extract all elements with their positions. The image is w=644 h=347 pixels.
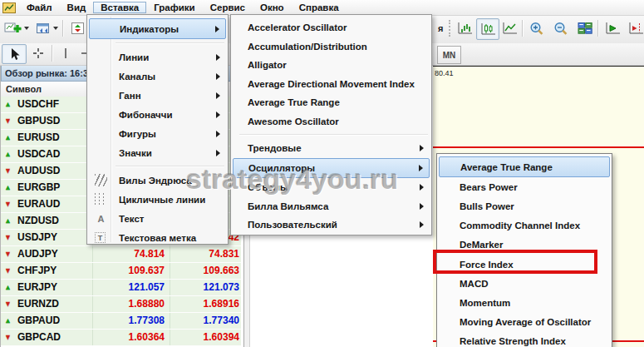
- line-chart-button[interactable]: [499, 18, 520, 38]
- menu-item-bears-power[interactable]: Bears Power: [439, 177, 610, 196]
- down-arrow-icon: ▼: [4, 196, 12, 212]
- market-watch-row-eurjpy[interactable]: ▲EURJPY121.057121.073: [1, 280, 241, 296]
- toolbar-grip: [449, 20, 450, 37]
- menu-item-momentum[interactable]: Momentum: [439, 293, 610, 312]
- menu-item-accelerator-oscillator[interactable]: Accelerator Oscillator: [233, 18, 430, 37]
- bar-chart-button[interactable]: [454, 18, 475, 38]
- menu-item-фигуры[interactable]: Фигуры: [89, 124, 226, 143]
- menu-item-commodity-channel-index[interactable]: Commodity Channel Index: [439, 216, 610, 235]
- menu-item-текст[interactable]: AТекст: [89, 209, 226, 228]
- mt4-window: ФайлВидВставкаГрафикиСервисОкноСправка: [0, 0, 644, 347]
- menu-item-каналы[interactable]: Каналы: [89, 67, 226, 86]
- menu-item-вилы-эндрюса[interactable]: Вилы Эндрюса: [89, 171, 226, 190]
- profiles-dropdown-caret[interactable]: [53, 27, 58, 30]
- menu-item-линии[interactable]: Линии: [89, 47, 226, 67]
- timeframe-mn-button[interactable]: MN: [437, 46, 461, 64]
- submenu-arrow-icon: [216, 112, 220, 118]
- new-chart-icon: [4, 21, 22, 36]
- menu-item-average-directional-movement-index[interactable]: Average Directional Movement Index: [233, 75, 430, 94]
- down-arrow-icon: ▼: [4, 113, 12, 129]
- menu-item-average-true-range[interactable]: Average True Range: [233, 93, 430, 112]
- chart-shift-button[interactable]: [625, 18, 644, 38]
- partial-toolbar-button-text[interactable]: я: [438, 23, 443, 33]
- app-icon: [2, 2, 16, 13]
- menubar-item-окно[interactable]: Окно: [253, 2, 292, 13]
- menu-item-фибоначчи[interactable]: Фибоначчи: [89, 105, 226, 124]
- symbol-label: EURNZD: [17, 296, 59, 312]
- crosshair-button[interactable]: [27, 44, 49, 62]
- menubar-item-графики[interactable]: Графики: [146, 2, 202, 13]
- menu-separator: [116, 42, 224, 44]
- menubar-item-вид[interactable]: Вид: [60, 2, 94, 13]
- menu-item-label: MACD: [460, 279, 489, 289]
- submenu-arrow-icon: [216, 131, 220, 137]
- submenu-arrow-icon: [216, 92, 220, 99]
- toolbar-separator: [522, 20, 524, 37]
- menu-item-label: Average True Range: [248, 97, 340, 107]
- menu-item-macd[interactable]: MACD: [439, 274, 610, 293]
- market-watch-row-audjpy[interactable]: ▼AUDJPY74.81474.831: [1, 246, 241, 263]
- menubar-item-сервис[interactable]: Сервис: [203, 2, 253, 13]
- market-watch-row-gbpcad[interactable]: ▼GBPCAD1.603641.60394: [1, 330, 241, 346]
- symbol-label: GBPAUD: [17, 313, 60, 329]
- menu-item-moving-average-of-oscillator[interactable]: Moving Average of Oscillator: [439, 313, 610, 332]
- menu-item-label: Текст: [119, 214, 144, 224]
- menu-item-значки[interactable]: Значки: [89, 143, 226, 162]
- candlestick-chart-button[interactable]: [476, 18, 499, 40]
- bar-chart-icon: [457, 22, 473, 35]
- menu-item-цикличные-линии[interactable]: Цикличные линии: [89, 190, 226, 209]
- profiles-icon: [36, 22, 52, 35]
- up-arrow-icon: ▲: [4, 97, 12, 112]
- ask-value: 1.77340: [167, 313, 239, 329]
- cycle-lines-icon: [95, 193, 107, 206]
- ask-value: 109.663: [167, 263, 239, 279]
- market-watch-title: Обзор рынка: 16:36: [5, 68, 93, 78]
- menu-item-трендовые[interactable]: Трендовые: [233, 139, 430, 158]
- menubar-item-справка[interactable]: Справка: [292, 2, 347, 13]
- symbol-label: AUDJPY: [17, 246, 58, 262]
- tile-windows-icon: [578, 22, 592, 35]
- menu-item-текстовая-метка[interactable]: TТекстовая метка: [89, 228, 226, 247]
- menu-item-пользовательский[interactable]: Пользовательский: [233, 216, 430, 235]
- menu-item-label: Moving Average of Oscillator: [460, 317, 591, 327]
- zoom-out-button[interactable]: [550, 18, 572, 38]
- chart-red-level-line: [433, 146, 644, 148]
- submenu-arrow-icon: [420, 184, 424, 191]
- cursor-button[interactable]: [2, 44, 27, 64]
- chart-shift-icon: [628, 22, 644, 35]
- tile-windows-button[interactable]: [574, 18, 596, 38]
- zoom-in-icon: [529, 22, 544, 36]
- menubar-item-вставка[interactable]: Вставка: [93, 2, 146, 13]
- up-arrow-icon: ▲: [4, 130, 12, 146]
- market-watch-row-eurnzd[interactable]: ▼EURNZD1.688801.68916: [1, 296, 241, 313]
- menu-item-alligator[interactable]: Alligator: [233, 56, 430, 75]
- new-chart-button[interactable]: [2, 18, 24, 38]
- menu-item-label: Вилы Эндрюса: [119, 176, 192, 186]
- new-chart-dropdown-caret[interactable]: [24, 27, 29, 30]
- ask-value: 74.831: [167, 246, 239, 262]
- menubar-items: ФайлВидВставкаГрафикиСервисОкноСправка: [19, 0, 347, 15]
- market-watch-row-chfjpy[interactable]: ▼CHFJPY109.637109.663: [1, 263, 241, 280]
- auto-scroll-button[interactable]: [602, 18, 623, 38]
- symbol-column-label: Символ: [6, 84, 42, 94]
- market-watch-row-gbpaud[interactable]: ▲GBPAUD1.773081.77340: [1, 313, 241, 330]
- menu-item-label: Линии: [119, 52, 149, 62]
- menu-item-билла-вильямса[interactable]: Билла Вильямса: [233, 197, 430, 216]
- up-arrow-icon: ▲: [4, 146, 12, 162]
- menu-item-average-true-range[interactable]: Average True Range: [439, 156, 610, 177]
- menu-item-bulls-power[interactable]: Bulls Power: [439, 196, 610, 216]
- profiles-button[interactable]: [33, 18, 55, 38]
- up-arrow-icon: ▲: [4, 280, 12, 295]
- menu-item-accumulation-distribution[interactable]: Accumulation/Distribution: [233, 37, 430, 57]
- menu-item-label: Momentum: [460, 298, 510, 308]
- zoom-in-button[interactable]: [526, 18, 548, 38]
- menu-item-индикаторы[interactable]: Индикаторы: [89, 18, 226, 39]
- bid-value: 74.814: [94, 246, 165, 262]
- menu-item-ганн[interactable]: Ганн: [89, 86, 226, 105]
- vertical-line-button[interactable]: [55, 44, 76, 62]
- menu-item-объемы[interactable]: Объемы: [233, 178, 430, 197]
- menu-item-осцилляторы[interactable]: Осцилляторы: [233, 158, 430, 179]
- menu-item-awesome-oscillator[interactable]: Awesome Oscillator: [233, 112, 430, 131]
- menu-item-relative-strength-index[interactable]: Relative Strength Index: [439, 332, 610, 347]
- menubar-item-файл[interactable]: Файл: [19, 2, 60, 13]
